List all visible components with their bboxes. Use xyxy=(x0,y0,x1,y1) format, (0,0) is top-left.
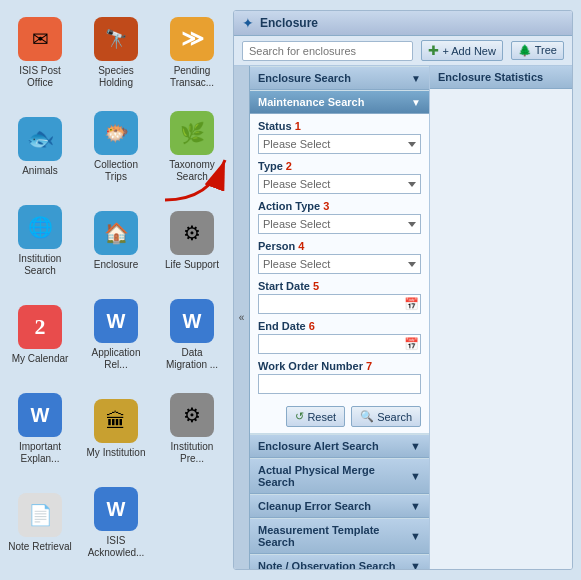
sidebar-item-life-support[interactable]: ⚙ Life Support xyxy=(156,196,228,286)
important-label: Important Explan... xyxy=(8,441,72,465)
cleanup-error-arrow-icon: ▼ xyxy=(410,500,421,512)
type-field: Type 2 Please Select xyxy=(258,160,421,194)
person-number: 4 xyxy=(298,240,304,252)
life-support-icon: ⚙ xyxy=(170,211,214,255)
sidebar-item-application-rel[interactable]: W Application Rel... xyxy=(80,290,152,380)
isis-acknowledged-icon: W xyxy=(94,487,138,531)
my-institution-icon: 🏛 xyxy=(94,399,138,443)
plus-icon: ✚ xyxy=(428,43,439,58)
pending-label: Pending Transac... xyxy=(160,65,224,89)
isis-post-office-icon: ✉ xyxy=(18,17,62,61)
panel-header: ✦ Enclosure xyxy=(234,11,572,36)
desktop: ✉ ISIS Post Office 🔭 Species Holding ≫ P… xyxy=(0,0,230,580)
person-select[interactable]: Please Select xyxy=(258,254,421,274)
sidebar-item-data-migration[interactable]: W Data Migration ... xyxy=(156,290,228,380)
status-label: Status 1 xyxy=(258,120,421,132)
sidebar-item-collection-trips[interactable]: 🐡 Collection Trips xyxy=(80,102,152,192)
search-panel: Enclosure Search ▼ Maintenance Search ▼ … xyxy=(250,66,430,569)
sidebar-item-enclosure[interactable]: 🏠 Enclosure xyxy=(80,196,152,286)
end-date-field: End Date 6 📅 xyxy=(258,320,421,354)
sidebar-item-pending-transactions[interactable]: ≫ Pending Transac... xyxy=(156,8,228,98)
institution-search-label: Institution Search xyxy=(8,253,72,277)
sidebar-item-important-explan[interactable]: W Important Explan... xyxy=(4,384,76,474)
search-enclosures-input[interactable] xyxy=(242,41,413,61)
type-select[interactable]: Please Select xyxy=(258,174,421,194)
my-institution-label: My Institution xyxy=(87,447,146,459)
species-holding-icon: 🔭 xyxy=(94,17,138,61)
end-date-input[interactable] xyxy=(258,334,421,354)
work-order-number: 7 xyxy=(366,360,372,372)
species-holding-label: Species Holding xyxy=(84,65,148,89)
sidebar-item-my-institution[interactable]: 🏛 My Institution xyxy=(80,384,152,474)
enclosure-desktop-icon: 🏠 xyxy=(94,211,138,255)
cleanup-error-header[interactable]: Cleanup Error Search ▼ xyxy=(250,494,429,518)
actual-physical-header[interactable]: Actual Physical Merge Search ▼ xyxy=(250,458,429,494)
collection-icon: 🐡 xyxy=(94,111,138,155)
sidebar-item-isis-acknowledged[interactable]: W ISIS Acknowled... xyxy=(80,478,152,568)
add-new-button[interactable]: ✚ + Add New xyxy=(421,40,503,61)
sidebar-item-my-calendar[interactable]: 2 My Calendar xyxy=(4,290,76,380)
enclosure-panel: ✦ Enclosure ✚ + Add New 🌲 Tree « Enclosu… xyxy=(233,10,573,570)
start-date-wrapper: 📅 xyxy=(258,294,421,314)
institution-pre-icon: ⚙ xyxy=(170,393,214,437)
maintenance-search-form: Status 1 Please Select Type 2 Please Sel… xyxy=(250,114,429,434)
sidebar-item-institution-pre[interactable]: ⚙ Institution Pre... xyxy=(156,384,228,474)
sidebar-item-institution-search[interactable]: 🌐 Institution Search xyxy=(4,196,76,286)
life-support-label: Life Support xyxy=(165,259,219,271)
application-label: Application Rel... xyxy=(84,347,148,371)
sidebar-item-note-retrieval[interactable]: 📄 Note Retrieval xyxy=(4,478,76,568)
action-type-label: Action Type 3 xyxy=(258,200,421,212)
measurement-template-header[interactable]: Measurement Template Search ▼ xyxy=(250,518,429,554)
calendar-label: My Calendar xyxy=(12,353,69,365)
pending-icon: ≫ xyxy=(170,17,214,61)
start-date-calendar-icon[interactable]: 📅 xyxy=(404,297,419,311)
note-retrieval-label: Note Retrieval xyxy=(8,541,71,553)
work-order-field: Work Order Number 7 xyxy=(258,360,421,394)
collection-label: Collection Trips xyxy=(84,159,148,183)
person-label: Person 4 xyxy=(258,240,421,252)
action-type-select[interactable]: Please Select xyxy=(258,214,421,234)
start-date-field: Start Date 5 📅 xyxy=(258,280,421,314)
note-observation-header[interactable]: Note / Observation Search ▼ xyxy=(250,554,429,569)
status-field: Status 1 Please Select xyxy=(258,120,421,154)
search-icon: 🔍 xyxy=(360,410,374,423)
important-icon: W xyxy=(18,393,62,437)
institution-pre-label: Institution Pre... xyxy=(160,441,224,465)
reset-button[interactable]: ↺ Reset xyxy=(286,406,345,427)
action-type-number: 3 xyxy=(323,200,329,212)
work-order-input[interactable] xyxy=(258,374,421,394)
end-date-calendar-icon[interactable]: 📅 xyxy=(404,337,419,351)
form-buttons: ↺ Reset 🔍 Search xyxy=(258,402,421,427)
panel-toolbar: ✚ + Add New 🌲 Tree xyxy=(234,36,572,66)
start-date-input[interactable] xyxy=(258,294,421,314)
end-date-number: 6 xyxy=(309,320,315,332)
isis-post-office-label: ISIS Post Office xyxy=(8,65,72,89)
taxonomy-icon: 🌿 xyxy=(170,111,214,155)
start-date-number: 5 xyxy=(313,280,319,292)
panel-content: « Enclosure Search ▼ Maintenance Search … xyxy=(234,66,572,569)
actual-physical-arrow-icon: ▼ xyxy=(410,470,421,482)
enclosure-alert-arrow-icon: ▼ xyxy=(410,440,421,452)
sidebar-item-species-holding[interactable]: 🔭 Species Holding xyxy=(80,8,152,98)
enclosure-alert-header[interactable]: Enclosure Alert Search ▼ xyxy=(250,434,429,458)
status-select[interactable]: Please Select xyxy=(258,134,421,154)
end-date-label: End Date 6 xyxy=(258,320,421,332)
sidebar-item-animals[interactable]: 🐟 Animals xyxy=(4,102,76,192)
enclosure-search-arrow-icon: ▼ xyxy=(411,73,421,84)
collapse-button[interactable]: « xyxy=(234,66,250,569)
animals-icon: 🐟 xyxy=(18,117,62,161)
reset-icon: ↺ xyxy=(295,410,304,423)
measurement-template-arrow-icon: ▼ xyxy=(410,530,421,542)
start-date-label: Start Date 5 xyxy=(258,280,421,292)
calendar-icon: 2 xyxy=(18,305,62,349)
compass-icon: ✦ xyxy=(242,15,254,31)
sidebar-item-taxonomy-search[interactable]: 🌿 Taxonomy Search xyxy=(156,102,228,192)
enclosure-label: Enclosure xyxy=(94,259,138,271)
enclosure-search-header[interactable]: Enclosure Search ▼ xyxy=(250,66,429,90)
data-migration-icon: W xyxy=(170,299,214,343)
search-button[interactable]: 🔍 Search xyxy=(351,406,421,427)
tree-button[interactable]: 🌲 Tree xyxy=(511,41,564,60)
sidebar-item-isis-post-office[interactable]: ✉ ISIS Post Office xyxy=(4,8,76,98)
type-number: 2 xyxy=(286,160,292,172)
maintenance-search-header[interactable]: Maintenance Search ▼ xyxy=(250,90,429,114)
